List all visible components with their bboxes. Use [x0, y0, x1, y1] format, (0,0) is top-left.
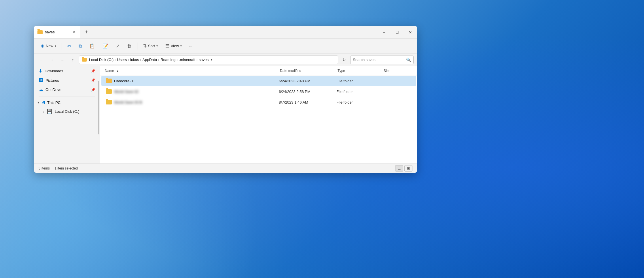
delete-icon: 🗑 — [127, 43, 132, 49]
paste-icon: 📋 — [89, 43, 95, 49]
new-chevron-icon: ▾ — [55, 44, 56, 47]
main-content: ⬇ Downloads 📌 🖼 Pictures 📌 ☁ OneDrive 📌 … — [34, 66, 417, 163]
file-name-1: World Save 02 — [114, 90, 279, 94]
sidebar-item-pictures[interactable]: 🖼 Pictures 📌 — [35, 76, 99, 85]
breadcrumb-sep-2: › — [128, 58, 129, 62]
file-row-0[interactable]: Hardcore-01 6/24/2023 2:48 PM File folde… — [101, 76, 416, 86]
file-list-header: Name ▲ Date modified Type Size — [100, 66, 417, 75]
col-header-size[interactable]: Size — [384, 69, 412, 73]
sidebar-item-local-disk[interactable]: › 💾 Local Disk (C:) — [35, 107, 99, 116]
breadcrumb-minecraft: .minecraft — [179, 58, 195, 62]
file-date-0: 6/24/2023 2:48 PM — [279, 79, 336, 83]
col-header-type[interactable]: Type — [338, 69, 384, 73]
active-tab[interactable]: saves ✕ — [34, 26, 80, 38]
status-view-controls: ☰ ⊞ — [395, 165, 412, 172]
breadcrumb-sep-6: › — [196, 58, 198, 62]
status-bar: 3 items 1 item selected ☰ ⊞ — [34, 163, 417, 173]
sidebar-label-local-disk: Local Disk (C:) — [55, 109, 79, 114]
sidebar-item-onedrive[interactable]: ☁ OneDrive 📌 — [35, 85, 99, 94]
sidebar-scrollbar[interactable] — [98, 81, 99, 134]
toolbar-separator-1 — [62, 43, 62, 49]
maximize-button[interactable]: □ — [391, 26, 404, 39]
file-name-0: Hardcore-01 — [114, 79, 279, 83]
more-icon: ··· — [189, 44, 192, 48]
share-button[interactable]: ↗ — [113, 41, 123, 51]
breadcrumb-sep-1: › — [115, 58, 116, 62]
new-label: New — [46, 44, 53, 48]
breadcrumb-sep-4: › — [158, 58, 159, 62]
file-type-1: File folder — [336, 90, 382, 94]
onedrive-pin-icon: 📌 — [91, 88, 95, 92]
new-button[interactable]: ⊕ New ▾ — [37, 41, 59, 51]
view-label: View — [171, 44, 179, 48]
sidebar: ⬇ Downloads 📌 🖼 Pictures 📌 ☁ OneDrive 📌 … — [34, 66, 100, 163]
rename-button[interactable]: 📝 — [99, 41, 111, 51]
share-icon: ↗ — [116, 43, 120, 49]
file-name-2: World Save 03 B — [114, 100, 279, 104]
address-bar-row: ← → ⌄ ↑ Local Disk (C:) › Users › lukas … — [34, 54, 417, 66]
recent-locations-button[interactable]: ⌄ — [58, 56, 67, 64]
breadcrumb-users: Users — [117, 58, 127, 62]
search-input[interactable] — [353, 58, 404, 62]
forward-button[interactable]: → — [48, 56, 56, 64]
close-button[interactable]: ✕ — [404, 26, 417, 39]
search-box[interactable]: 🔍 — [350, 56, 414, 64]
refresh-button[interactable]: ↻ — [340, 56, 348, 64]
view-icon: ☰ — [165, 43, 169, 49]
back-button[interactable]: ← — [37, 56, 46, 64]
col-header-name[interactable]: Name ▲ — [105, 69, 280, 73]
downloads-icon: ⬇ — [39, 68, 42, 74]
toolbar-separator-2 — [137, 43, 137, 49]
name-sort-icon: ▲ — [116, 69, 119, 73]
breadcrumb-appdata: AppData — [143, 58, 157, 62]
tab-close-button[interactable]: ✕ — [72, 30, 76, 35]
paste-button[interactable]: 📋 — [86, 41, 98, 51]
view-chevron-icon: ▾ — [180, 44, 182, 47]
new-icon: ⊕ — [41, 43, 44, 49]
sort-label: Sort — [148, 44, 155, 48]
file-list: Hardcore-01 6/24/2023 2:48 PM File folde… — [100, 75, 417, 163]
pictures-icon: 🖼 — [39, 78, 43, 83]
minimize-button[interactable]: − — [377, 26, 391, 39]
address-bar[interactable]: Local Disk (C:) › Users › lukas › AppDat… — [79, 56, 338, 64]
up-button[interactable]: ↑ — [69, 56, 77, 64]
title-bar: saves ✕ + − □ ✕ — [34, 26, 417, 39]
onedrive-icon: ☁ — [39, 87, 43, 92]
copy-button[interactable]: ⧉ — [75, 41, 85, 51]
col-header-date[interactable]: Date modified — [280, 69, 338, 73]
rename-icon: 📝 — [103, 43, 108, 49]
breadcrumb-roaming: Roaming — [160, 58, 175, 62]
file-pane: Name ▲ Date modified Type Size Hardcore-… — [100, 66, 417, 163]
view-button[interactable]: ☰ View ▾ — [162, 41, 185, 51]
sidebar-label-this-pc: This PC — [47, 100, 60, 105]
breadcrumb-sep-3: › — [140, 58, 141, 62]
status-item-count: 3 items 1 item selected — [39, 166, 78, 170]
cut-button[interactable]: ✂ — [64, 41, 74, 51]
sort-chevron-icon: ▾ — [156, 44, 158, 47]
file-row-2[interactable]: World Save 03 B 8/7/2023 1:46 AM File fo… — [101, 97, 416, 107]
file-row-1[interactable]: World Save 02 6/24/2023 2:58 PM File fol… — [101, 86, 416, 97]
grid-view-toggle[interactable]: ⊞ — [404, 165, 412, 172]
sidebar-this-pc-header[interactable]: ▾ 🖥 This PC — [34, 98, 100, 107]
sidebar-label-onedrive: OneDrive — [46, 87, 61, 92]
local-disk-icon: 💾 — [47, 109, 52, 114]
file-date-1: 6/24/2023 2:58 PM — [279, 90, 336, 94]
sort-button[interactable]: ⇅ Sort ▾ — [140, 41, 161, 51]
sidebar-label-pictures: Pictures — [46, 78, 59, 83]
list-view-toggle[interactable]: ☰ — [395, 165, 403, 172]
folder-icon-2 — [106, 100, 112, 104]
address-folder-icon — [82, 58, 87, 62]
copy-icon: ⧉ — [79, 43, 82, 49]
new-tab-button[interactable]: + — [80, 26, 93, 38]
breadcrumb-local-disk: Local Disk (C:) — [89, 58, 113, 62]
window-controls: − □ ✕ — [377, 26, 417, 38]
sort-icon: ⇅ — [143, 43, 147, 49]
tab-title: saves — [45, 30, 55, 34]
more-button[interactable]: ··· — [186, 42, 196, 50]
local-disk-chevron-icon: › — [43, 110, 44, 114]
delete-button[interactable]: 🗑 — [124, 41, 135, 51]
breadcrumb-saves: saves — [199, 58, 209, 62]
pictures-pin-icon: 📌 — [91, 78, 95, 82]
sidebar-divider — [39, 96, 95, 96]
sidebar-item-downloads[interactable]: ⬇ Downloads 📌 — [35, 66, 99, 75]
